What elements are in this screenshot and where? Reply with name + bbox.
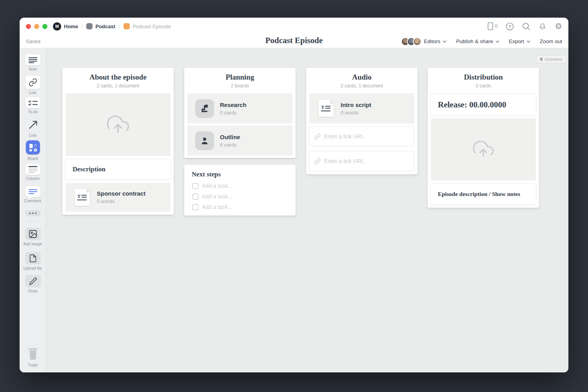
- tool-label: Comment: [20, 199, 46, 203]
- task-placeholder[interactable]: Add a task...: [202, 204, 232, 210]
- svg-text:T: T: [321, 104, 325, 110]
- task-checkbox[interactable]: [192, 183, 198, 189]
- device-count: 0: [495, 24, 497, 29]
- sidebar-tool-comment[interactable]: Comment: [20, 186, 46, 203]
- document-title: Intro script: [341, 102, 371, 108]
- board-card-title: Planning: [184, 73, 296, 82]
- sidebar-tool-board[interactable]: Board: [20, 140, 46, 161]
- close-window-button[interactable]: [26, 24, 31, 29]
- device-preview-button[interactable]: 0: [488, 22, 497, 30]
- board-icon: [123, 23, 130, 29]
- breadcrumb-separator: /: [119, 24, 120, 29]
- board-card-audio[interactable]: Audio 2 cards, 1 document T Intro script…: [306, 68, 417, 174]
- sub-board-meta: 6 cards: [220, 142, 240, 148]
- todo-item: Add a task...: [192, 193, 296, 200]
- board-canvas[interactable]: 0 Unsorted About the episode 2 cards, 1 …: [46, 48, 568, 372]
- link-url-input[interactable]: Enter a link URL: [309, 127, 414, 146]
- link-url-placeholder: Enter a link URL: [324, 133, 364, 140]
- board-card-subtitle: 2 boards: [184, 83, 296, 89]
- line-icon: [27, 119, 38, 130]
- todo-item: Add a task...: [192, 204, 296, 210]
- upload-cloud-icon: [473, 139, 494, 160]
- note-card-release-date[interactable]: Release: 00.00.0000: [431, 94, 536, 115]
- svg-text:?: ?: [508, 24, 511, 29]
- link-url-input[interactable]: Enter a link URL: [309, 151, 414, 171]
- notifications-button[interactable]: [539, 22, 546, 31]
- sub-board-outline[interactable]: Outline 6 cards: [187, 125, 292, 156]
- board-card-subtitle: 2 cards, 1 document: [62, 83, 174, 89]
- sub-board-meta: 0 cards: [220, 110, 247, 116]
- unsorted-badge[interactable]: 0 Unsorted: [536, 55, 566, 63]
- sidebar-more-tools-button[interactable]: [20, 209, 46, 216]
- document-card-sponsor-contract[interactable]: T Sponsor contract 0 words: [65, 183, 171, 212]
- image-upload-placeholder[interactable]: [65, 93, 171, 156]
- sidebar-tool-draw[interactable]: Draw: [20, 275, 46, 293]
- unsorted-count: 0: [540, 57, 543, 62]
- document-info: Intro script 0 words: [341, 102, 371, 116]
- tool-label: To-do: [20, 110, 46, 114]
- breadcrumb-home[interactable]: M Home: [53, 22, 78, 31]
- editors-label: Editors: [424, 38, 440, 44]
- help-button[interactable]: ?: [506, 22, 514, 31]
- titlebar: M Home / Podcast / Podcast Episode 0 ?: [20, 18, 568, 35]
- breadcrumb-current[interactable]: Podcast Episode: [123, 23, 171, 29]
- document-card-intro-script[interactable]: T Intro script 0 words: [309, 93, 414, 123]
- board-card-planning[interactable]: Planning 2 boards Research 0 cards: [184, 68, 296, 158]
- maximize-window-button[interactable]: [42, 24, 47, 29]
- settings-button[interactable]: ⚙: [555, 22, 562, 31]
- sidebar-trash[interactable]: Trash: [20, 347, 46, 367]
- tool-label: Link: [20, 91, 46, 95]
- microscope-icon: [195, 99, 214, 118]
- sidebar-tool-upload-file[interactable]: Upload file: [20, 252, 46, 270]
- sidebar-tool-link[interactable]: Link: [20, 76, 46, 95]
- board-icon: [86, 23, 93, 29]
- sidebar-tool-note[interactable]: Note: [20, 54, 46, 71]
- svg-text:T: T: [77, 193, 81, 199]
- task-checkbox[interactable]: [192, 194, 198, 200]
- board-card-title: About the episode: [62, 73, 174, 82]
- comment-icon: [28, 188, 38, 195]
- editors-button[interactable]: Editors: [401, 37, 446, 46]
- note-text: Description: [73, 165, 105, 173]
- bell-icon: [539, 22, 546, 31]
- note-card-description[interactable]: Description: [65, 159, 171, 180]
- todo-card-next-steps[interactable]: Next steps Add a task... Add a task... A…: [184, 165, 296, 216]
- task-placeholder[interactable]: Add a task...: [202, 193, 232, 200]
- image-upload-placeholder[interactable]: [431, 118, 536, 180]
- note-text: Release: 00.00.0000: [438, 100, 506, 110]
- todo-icon: [28, 100, 38, 106]
- more-dots-icon: [29, 212, 37, 214]
- export-button[interactable]: Export: [509, 38, 530, 44]
- sidebar-tool-line[interactable]: Line: [20, 119, 46, 138]
- task-checkbox[interactable]: [192, 204, 198, 210]
- todo-item: Add a task...: [192, 183, 296, 189]
- board-header: Saved Podcast Episode Editors Publish & …: [20, 35, 568, 48]
- search-button[interactable]: [522, 22, 530, 31]
- mobile-icon: [488, 22, 493, 30]
- todo-card-title: Next steps: [192, 171, 296, 178]
- link-icon: [29, 78, 37, 87]
- breadcrumb-current-label: Podcast Episode: [132, 24, 171, 29]
- zoom-out-button[interactable]: Zoom out: [540, 38, 562, 44]
- board-card-about-the-episode[interactable]: About the episode 2 cards, 1 document De…: [62, 68, 174, 215]
- sidebar-tool-todo[interactable]: To-do: [20, 97, 46, 114]
- note-card-shownotes[interactable]: Episode description / Show notes: [431, 183, 536, 205]
- minimize-window-button[interactable]: [34, 24, 39, 29]
- tool-label: Board: [20, 156, 46, 161]
- breadcrumb-podcast[interactable]: Podcast: [86, 23, 115, 29]
- board-card-header: Distribution 3 cards: [428, 68, 539, 89]
- link-url-icon: [314, 133, 321, 140]
- page-title[interactable]: Podcast Episode: [265, 36, 323, 45]
- document-icon: T: [75, 189, 90, 206]
- task-placeholder[interactable]: Add a task...: [202, 183, 232, 189]
- add-image-icon: [28, 229, 38, 239]
- board-card-distribution[interactable]: Distribution 3 cards Release: 00.00.0000…: [428, 68, 539, 208]
- draw-icon: [29, 277, 37, 285]
- publish-share-button[interactable]: Publish & share: [456, 38, 499, 44]
- board-card-title: Audio: [306, 73, 417, 82]
- sub-board-research[interactable]: Research 0 cards: [187, 93, 292, 123]
- sidebar-tool-add-image[interactable]: Add image: [20, 228, 46, 246]
- document-meta: 0 words: [341, 110, 371, 116]
- sidebar-tool-column[interactable]: Column: [20, 164, 46, 181]
- avatar: [413, 37, 421, 46]
